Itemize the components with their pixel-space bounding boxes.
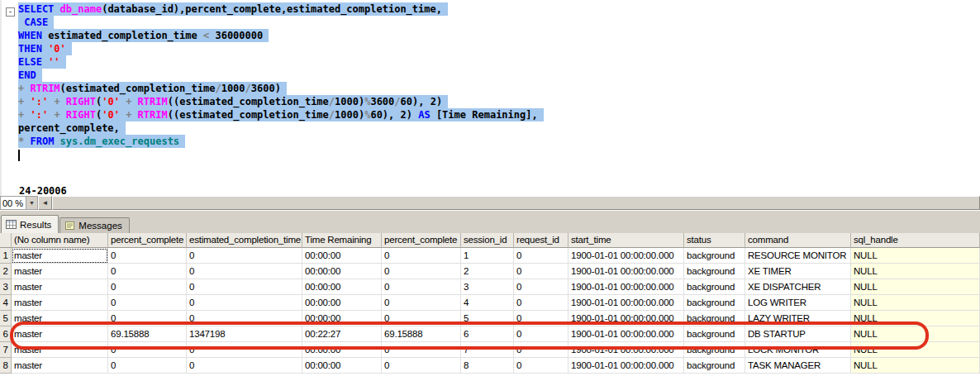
grid-cell[interactable]: 0 (382, 248, 461, 264)
code-fold-toggle[interactable]: - (6, 7, 15, 17)
grid-cell[interactable]: NULL (851, 295, 980, 311)
grid-column-header[interactable]: estimated_completion_time (187, 233, 302, 248)
horizontal-scrollbar[interactable] (52, 196, 980, 210)
grid-cell[interactable]: 00:00:00 (302, 358, 382, 374)
grid-cell[interactable]: 0 (108, 295, 187, 311)
grid-cell[interactable]: NULL (851, 264, 980, 279)
grid-cell[interactable]: 69.15888 (382, 326, 461, 342)
sql-editor[interactable]: - SELECT db_name(database_id),percent_co… (0, 0, 980, 196)
grid-cell[interactable]: 00:00:00 (302, 279, 382, 295)
grid-cell[interactable]: 00:22:27 (302, 326, 382, 342)
grid-cell[interactable]: NULL (851, 326, 980, 342)
grid-cell[interactable]: master (12, 342, 108, 358)
grid-cell[interactable]: background (684, 248, 745, 264)
grid-cell[interactable]: 0 (514, 295, 568, 311)
row-header[interactable]: 5 (0, 311, 12, 326)
grid-cell[interactable]: 1900-01-01 00:00:00.000 (568, 279, 684, 295)
grid-column-header[interactable]: Time Remaining (302, 233, 382, 248)
grid-cell[interactable]: background (684, 358, 745, 374)
grid-cell[interactable]: 1900-01-01 00:00:00.000 (568, 264, 684, 279)
grid-cell[interactable]: 5 (461, 311, 514, 326)
row-header[interactable]: 6 (0, 326, 12, 342)
grid-cell[interactable]: background (684, 326, 745, 342)
grid-cell[interactable]: 0 (382, 295, 461, 311)
grid-cell[interactable]: 00:00:00 (302, 248, 382, 264)
row-header[interactable]: 1 (0, 248, 12, 264)
row-header[interactable]: 3 (0, 279, 12, 295)
grid-cell[interactable]: LOG WRITER (745, 295, 851, 311)
grid-cell[interactable]: 0 (187, 358, 302, 374)
grid-column-header[interactable]: (No column name) (12, 233, 108, 248)
grid-cell[interactable]: LOCK MONITOR (745, 342, 851, 358)
grid-cell[interactable]: 0 (108, 279, 187, 295)
grid-cell[interactable]: 0 (382, 311, 461, 326)
scrollbar-left-button[interactable]: ◄ (38, 196, 52, 210)
grid-cell[interactable]: 0 (187, 342, 302, 358)
grid-cell[interactable]: 6 (461, 326, 514, 342)
grid-cell[interactable]: 69.15888 (108, 326, 187, 342)
grid-cell[interactable]: master (12, 248, 108, 264)
grid-cell[interactable]: master (12, 326, 108, 342)
grid-cell[interactable]: 1900-01-01 00:00:00.000 (568, 342, 684, 358)
zoom-dropdown-button[interactable]: ▼ (26, 197, 37, 209)
grid-cell[interactable]: 0 (514, 342, 568, 358)
grid-cell[interactable]: 0 (187, 295, 302, 311)
grid-cell[interactable]: master (12, 264, 108, 279)
grid-cell[interactable]: NULL (851, 358, 980, 374)
grid-cell[interactable]: 1900-01-01 00:00:00.000 (568, 311, 684, 326)
grid-column-header[interactable]: percent_complete (382, 233, 461, 248)
grid-cell[interactable]: 00:00:00 (302, 311, 382, 326)
grid-cell[interactable]: 0 (514, 326, 568, 342)
grid-cell[interactable]: 0 (108, 311, 187, 326)
grid-column-header[interactable]: command (745, 233, 851, 248)
grid-cell[interactable]: NULL (851, 311, 980, 326)
grid-cell[interactable]: 1900-01-01 00:00:00.000 (568, 326, 684, 342)
grid-cell[interactable]: DB STARTUP (745, 326, 851, 342)
grid-cell[interactable]: background (684, 311, 745, 326)
grid-cell[interactable]: 0 (382, 279, 461, 295)
grid-cell[interactable]: 00:00:00 (302, 264, 382, 279)
grid-cell[interactable]: 0 (187, 264, 302, 279)
grid-cell[interactable]: 1900-01-01 00:00:00.000 (568, 248, 684, 264)
tab-messages[interactable]: Messages (59, 217, 129, 233)
grid-cell[interactable]: 2 (461, 264, 514, 279)
grid-column-header[interactable]: sql_handle (851, 233, 980, 248)
grid-cell[interactable]: 0 (108, 264, 187, 279)
grid-cell[interactable]: background (684, 264, 745, 279)
grid-cell[interactable]: master (12, 295, 108, 311)
grid-cell[interactable]: 0 (382, 264, 461, 279)
grid-cell[interactable]: NULL (851, 342, 980, 358)
grid-cell[interactable]: background (684, 342, 745, 358)
grid-cell[interactable]: background (684, 279, 745, 295)
grid-cell[interactable]: 0 (514, 279, 568, 295)
grid-cell[interactable]: 0 (187, 248, 302, 264)
grid-cell[interactable]: 0 (382, 358, 461, 374)
grid-cell[interactable]: 3 (461, 279, 514, 295)
grid-cell[interactable]: 0 (514, 248, 568, 264)
grid-cell[interactable]: 0 (108, 358, 187, 374)
grid-cell[interactable]: 00:00:00 (302, 295, 382, 311)
grid-cell[interactable]: 0 (187, 311, 302, 326)
grid-corner-cell[interactable] (0, 233, 12, 248)
grid-cell[interactable]: NULL (851, 248, 980, 264)
scrollbar-thumb[interactable] (52, 196, 980, 210)
grid-cell[interactable]: XE TIMER (745, 264, 851, 279)
grid-column-header[interactable]: request_id (514, 233, 568, 248)
grid-cell[interactable]: 4 (461, 295, 514, 311)
grid-cell[interactable]: master (12, 279, 108, 295)
grid-cell[interactable]: 1900-01-01 00:00:00.000 (568, 295, 684, 311)
row-header[interactable]: 4 (0, 295, 12, 311)
grid-cell[interactable]: 0 (108, 342, 187, 358)
grid-column-header[interactable]: status (684, 233, 745, 248)
grid-cell[interactable]: LAZY WRITER (745, 311, 851, 326)
grid-column-header[interactable]: percent_complete (108, 233, 187, 248)
grid-column-header[interactable]: session_id (461, 233, 514, 248)
grid-cell[interactable]: RESOURCE MONITOR (745, 248, 851, 264)
grid-cell[interactable]: 0 (514, 358, 568, 374)
grid-cell[interactable]: master (12, 311, 108, 326)
row-header[interactable]: 2 (0, 264, 12, 279)
grid-cell[interactable]: 0 (514, 311, 568, 326)
grid-cell[interactable]: 0 (514, 264, 568, 279)
grid-cell[interactable]: 00:00:00 (302, 342, 382, 358)
row-header[interactable]: 8 (0, 358, 12, 374)
